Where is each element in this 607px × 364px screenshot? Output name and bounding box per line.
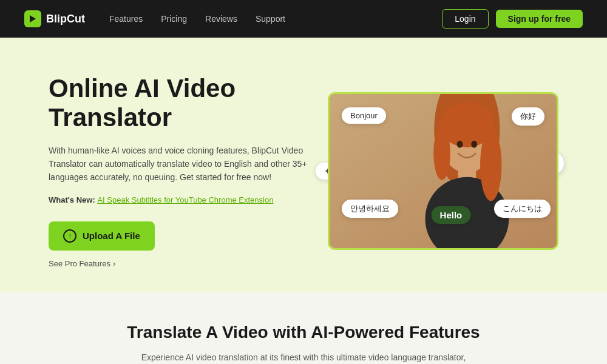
see-pro-arrow: › (113, 259, 115, 268)
hero-right: ✦ AI-Powered ⇄ Translate (328, 92, 558, 250)
login-button[interactable]: Login (442, 9, 488, 29)
hero-description: With human-like AI voices and voice clon… (49, 144, 316, 184)
bubble-hello: Hello (432, 206, 471, 224)
hero-left: Online AI Video Translator With human-li… (49, 74, 316, 268)
section2-title: Translate A Video with AI-Powered Featur… (49, 323, 558, 342)
japanese-text: こんにちは (503, 204, 542, 213)
upload-icon: ↑ (63, 229, 76, 243)
bubble-bonjour: Bonjour (342, 107, 386, 124)
korean-text: 안녕하세요 (350, 204, 390, 213)
hero-title: Online AI Video Translator (49, 74, 316, 133)
hello-text: Hello (440, 210, 463, 220)
nav-link-features[interactable]: Features (109, 14, 143, 24)
video-background: Bonjour 你好 안녕하세요 Hello こんにちは (330, 94, 557, 248)
hero-section: Online AI Video Translator With human-li… (0, 38, 607, 292)
logo-icon (24, 10, 41, 27)
see-pro-features[interactable]: See Pro Features › (49, 259, 316, 268)
svg-point-6 (480, 129, 501, 201)
nav-right: Login Sign up for free (442, 9, 583, 29)
bubble-japanese: こんにちは (494, 200, 551, 218)
nav-link-support[interactable]: Support (256, 14, 285, 24)
hero-whats-new: What's New: AI Speak Subtitles for YouTu… (49, 195, 316, 204)
whats-new-link[interactable]: AI Speak Subtitles for YouTube Chrome Ex… (97, 195, 273, 204)
video-card: Bonjour 你好 안녕하세요 Hello こんにちは (328, 92, 558, 250)
navbar: BlipCut Features Pricing Reviews Support… (0, 0, 607, 38)
svg-point-7 (433, 126, 450, 180)
whats-new-prefix: What's New: (49, 195, 97, 204)
bubble-nihao: 你好 (512, 107, 544, 126)
nav-links: Features Pricing Reviews Support (109, 14, 285, 24)
section2-description: Experience AI video translation at its f… (134, 351, 473, 364)
nav-link-pricing[interactable]: Pricing (161, 14, 187, 24)
nav-link-reviews[interactable]: Reviews (205, 14, 237, 24)
logo-text: BlipCut (46, 13, 85, 25)
upload-label: Upload A File (83, 231, 140, 241)
logo[interactable]: BlipCut (24, 10, 85, 27)
bubble-korean: 안녕하세요 (342, 200, 398, 218)
svg-point-9 (471, 141, 477, 148)
signup-button[interactable]: Sign up for free (496, 10, 583, 28)
upload-button[interactable]: ↑ Upload A File (49, 221, 155, 251)
section2: Translate A Video with AI-Powered Featur… (0, 292, 607, 364)
svg-point-8 (457, 141, 463, 148)
nihao-text: 你好 (520, 112, 536, 121)
see-pro-text: See Pro Features (49, 259, 110, 268)
bonjour-text: Bonjour (350, 111, 378, 120)
nav-left: BlipCut Features Pricing Reviews Support (24, 10, 285, 27)
